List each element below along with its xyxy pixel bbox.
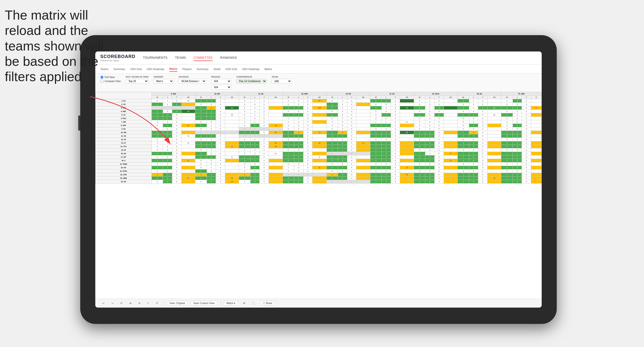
matrix-cell: 0	[327, 148, 338, 152]
sub-nav-h2h-heatmap2[interactable]: H2H Heatmap	[242, 67, 260, 72]
matrix-cell: 0	[469, 110, 478, 113]
matrix-cell	[531, 120, 541, 124]
matrix-cell: 0	[469, 159, 478, 162]
matrix-cell: 0	[434, 166, 444, 169]
conference-label: Conference	[236, 76, 267, 78]
watch-button[interactable]: Watch ▾	[224, 301, 238, 306]
matrix-cell	[269, 103, 283, 106]
matrix-cell: 0	[294, 177, 303, 180]
matrix-cell	[181, 127, 195, 131]
matrix-cell: 12	[356, 141, 370, 145]
matrix-cell: 0	[469, 138, 478, 141]
matrix-cell: 0	[239, 141, 250, 145]
matrix-cell: 0	[391, 162, 400, 166]
matrix-cell: 0	[327, 124, 338, 127]
matrix-cell: 0	[195, 127, 207, 131]
save-custom-button[interactable]: Save Custom View	[191, 301, 217, 306]
matrix-cell: 0	[163, 113, 172, 117]
timer-button[interactable]: ⏱	[154, 301, 160, 305]
matrix-cell: 1	[469, 152, 478, 155]
matrix-cell	[225, 134, 239, 138]
sub-nav-matrix[interactable]: Matrix	[169, 66, 177, 72]
sub-nav-players[interactable]: Players	[182, 67, 192, 72]
matrix-cell: 0	[163, 117, 172, 120]
matrix-cell	[531, 117, 541, 120]
matrix-cell: 0	[522, 99, 531, 103]
nav-teams[interactable]: TEAMS	[175, 55, 186, 61]
matrix-cell: 0	[478, 155, 488, 159]
matrix-cell: 1	[327, 173, 338, 177]
matrix-cell: 1	[513, 124, 522, 127]
matrix-cell: 1	[163, 124, 172, 127]
refresh-button[interactable]: ⟳	[118, 301, 124, 305]
fullscreen-button[interactable]: ⛶	[250, 301, 257, 305]
matrix-cell: 0	[207, 120, 216, 124]
matrix-cell	[531, 173, 541, 177]
col-group-su: 27. SU	[370, 92, 414, 96]
matrix-cell: 0	[522, 124, 531, 127]
matrix-cell: 0	[391, 120, 400, 124]
gender-select[interactable]: Men's	[153, 79, 174, 84]
matrix-cell: 0	[434, 162, 444, 166]
zoom-in-button[interactable]: ⊕	[127, 301, 133, 305]
matrix-cell	[400, 159, 414, 162]
team-select[interactable]: (All)	[272, 79, 292, 84]
matrix-cell: 0	[370, 113, 381, 117]
matrix-cell: 1	[469, 124, 478, 127]
nav-rankings[interactable]: RANKINGS	[220, 55, 237, 61]
nav-committee[interactable]: COMMITTEE	[194, 55, 213, 61]
matrix-cell: 0	[391, 117, 400, 120]
matrix-cell	[356, 106, 370, 110]
matrix-cell: 0	[347, 145, 356, 148]
table-row: 16. UO2101000201411000012011011110120	[96, 152, 542, 155]
nav-tournaments[interactable]: TOURNAMENTS	[143, 55, 168, 61]
sub-nav-h2h-heatmap[interactable]: H2H Heatmap	[147, 67, 164, 72]
matrix-cell: 1	[152, 159, 163, 162]
matrix-cell: 30	[269, 141, 283, 145]
matrix-cell: 0	[283, 155, 294, 159]
sub-nav-matrix2[interactable]: Matrix	[265, 67, 272, 72]
matrix-cell	[356, 177, 370, 180]
row-header: 17. GIT	[96, 155, 152, 159]
fit-button[interactable]: =	[145, 301, 151, 305]
filter-row: Full View Compact View Max teams in view…	[95, 74, 542, 92]
undo-button[interactable]: ↩	[100, 301, 106, 305]
matrix-cell: 1	[327, 166, 338, 169]
sub-nav-h2h-grid[interactable]: H2H Grid	[130, 67, 142, 72]
matrix-cell: 0	[207, 117, 216, 120]
matrix-cell	[487, 159, 501, 162]
sub-nav-h2h-grid2[interactable]: H2H Grid	[225, 67, 237, 72]
matrix-cell: 2	[152, 99, 163, 103]
matrix-cell	[225, 173, 239, 177]
matrix-cell	[225, 127, 239, 131]
max-teams-select[interactable]: Top 25	[126, 79, 148, 84]
settings-button[interactable]: ⚙	[241, 301, 247, 305]
view-original-button[interactable]: View: Original	[167, 301, 188, 306]
matrix-cell: 0	[382, 99, 391, 103]
matrix-cell: 0	[303, 99, 312, 103]
matrix-cell: 4	[250, 173, 260, 177]
matrix-cell: 0	[207, 159, 216, 162]
division-select[interactable]: NCAA Division I	[179, 79, 206, 84]
redo-button[interactable]: ↪	[109, 301, 115, 305]
matrix-cell: 0	[513, 99, 522, 103]
region-select2[interactable]: N/A	[211, 85, 231, 90]
sub-nav-summary[interactable]: Summary	[113, 67, 125, 72]
division-filter: Division NCAA Division I	[179, 76, 206, 84]
sub-nav-detail[interactable]: Detail	[213, 67, 220, 72]
matrix-cell	[269, 169, 283, 173]
row-header: 11. UA	[96, 134, 152, 138]
matrix-cell	[312, 138, 327, 141]
region-select[interactable]: N/A	[211, 79, 231, 84]
matrix-cell: 0	[434, 152, 444, 155]
sub-nav-summary2[interactable]: Summary	[197, 67, 208, 72]
conference-select[interactable]: Pac-12 Conference	[236, 79, 267, 84]
matrix-cell: 0	[260, 99, 269, 103]
share-button[interactable]: ⬡ Share	[260, 301, 275, 306]
nav-bar: SCOREBOARD Powered by clippd TOURNAMENTS…	[95, 51, 542, 65]
zoom-out-button[interactable]: ⊖	[136, 301, 142, 305]
matrix-cell: 0	[434, 134, 444, 138]
matrix-cell: 0	[414, 138, 425, 141]
matrix-cell: 1	[250, 120, 260, 124]
table-row: 8. UAF0101412001015000000110000010010	[96, 124, 542, 127]
